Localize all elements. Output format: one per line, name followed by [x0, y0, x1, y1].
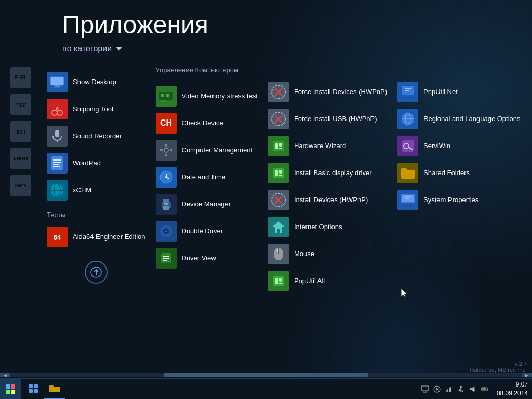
svg-rect-37 — [163, 206, 169, 210]
tray-icon-volume[interactable] — [468, 384, 478, 394]
svg-marker-118 — [470, 387, 474, 392]
sound-recorder-icon — [47, 126, 68, 147]
svg-rect-21 — [166, 94, 169, 97]
svg-rect-1 — [55, 85, 60, 87]
media-tray-icon — [433, 385, 441, 393]
microphone-svg — [50, 129, 64, 143]
double-driver-icon — [156, 221, 177, 242]
wordpad-svg — [50, 155, 64, 171]
battery-tray-icon — [481, 385, 488, 393]
folder-taskbar-icon — [48, 384, 61, 393]
svg-rect-60 — [279, 175, 282, 176]
list-item[interactable]: Force Install USB (HWPnP) — [265, 105, 390, 132]
driver-view-label: Driver View — [182, 254, 216, 263]
xchn-icon — [47, 180, 68, 201]
list-item[interactable]: Regional and Language Options — [395, 105, 523, 132]
list-item[interactable]: overy — [8, 172, 39, 199]
list-item[interactable]: Snipping Tool — [44, 96, 148, 123]
list-item[interactable]: PnpUtil Net — [395, 78, 523, 105]
list-item[interactable]: Install Devices (HWPnP) — [265, 187, 390, 214]
management-column: Управление Компьютером Video Memory stre… — [151, 64, 263, 272]
taskbar-item-explorer[interactable] — [44, 379, 65, 400]
system-properties-label: System Properties — [423, 196, 478, 205]
svg-rect-59 — [279, 170, 282, 174]
wrench-svg — [159, 251, 174, 265]
taskbar-item-tiles[interactable] — [23, 379, 44, 400]
wordpad-label: WordPad — [73, 159, 101, 168]
list-item[interactable]: Show Desktop — [44, 69, 148, 96]
pnputil-all-icon — [268, 271, 289, 291]
svg-rect-96 — [6, 390, 10, 394]
list-item[interactable]: ServiWin — [395, 132, 523, 159]
upload-button[interactable] — [85, 261, 108, 284]
svg-rect-102 — [421, 386, 429, 391]
list-item[interactable]: 64 Aida64 Engineer Edition — [44, 223, 148, 250]
serviwin-icon — [397, 136, 418, 156]
list-item[interactable]: Install Basic display driver — [265, 159, 390, 187]
page-title: Приложения — [0, 0, 532, 42]
svg-rect-29 — [160, 149, 163, 151]
svg-rect-0 — [50, 77, 64, 85]
hardware-wizard-icon — [268, 136, 289, 156]
system-properties-icon — [397, 190, 418, 210]
check-device-label: Check Device — [182, 119, 223, 128]
scroll-thumb[interactable] — [164, 373, 368, 377]
list-item[interactable]: Driver View — [153, 245, 260, 272]
start-button[interactable] — [0, 379, 21, 400]
key-svg — [400, 138, 416, 154]
usb-svg — [271, 111, 286, 127]
category-label: по категории — [62, 44, 112, 54]
list-item[interactable]: Force Install Devices (HWPnP) — [265, 78, 390, 105]
list-item[interactable]: Computer Management — [153, 137, 260, 164]
list-item[interactable]: Hardware Wizard — [265, 132, 390, 159]
tray-icon-battery[interactable] — [480, 384, 490, 394]
svg-rect-9 — [51, 156, 63, 170]
svg-point-4 — [57, 110, 62, 115]
tray-icon-usb[interactable] — [456, 384, 466, 394]
wordpad-icon — [47, 153, 68, 174]
computer-svg — [400, 193, 416, 207]
list-item[interactable]: xCHM — [44, 177, 148, 204]
scroll-left-button[interactable]: ◀ — [0, 373, 10, 377]
scroll-right-button[interactable]: ▶ — [522, 373, 532, 377]
list-item[interactable]: nitor — [8, 91, 39, 118]
svg-rect-97 — [11, 390, 15, 394]
list-item[interactable]: System Properties — [395, 187, 523, 214]
general-apps-column: Show Desktop Snipping Tool — [42, 64, 151, 284]
list-item[interactable]: Internet Options — [265, 214, 390, 241]
list-item[interactable]: Date and Time — [153, 164, 260, 191]
svg-rect-30 — [170, 149, 172, 151]
list-item[interactable]: Device Manager — [153, 191, 260, 218]
svg-rect-70 — [275, 278, 278, 284]
list-item[interactable]: PnpUtil All — [265, 268, 390, 295]
tray-icon-display[interactable] — [420, 384, 430, 394]
svg-rect-69 — [273, 276, 284, 286]
svg-rect-101 — [34, 389, 38, 393]
list-item[interactable]: Double Driver — [153, 218, 260, 245]
mouse-label: Mouse — [294, 250, 314, 259]
spacer — [44, 204, 148, 209]
svg-rect-99 — [34, 384, 38, 388]
list-item[interactable]: edit — [8, 118, 39, 145]
list-item[interactable]: Letters — [8, 145, 39, 172]
xchn-svg — [49, 182, 65, 198]
tray-icon-network[interactable] — [444, 384, 454, 394]
list-item[interactable]: Mouse — [265, 241, 390, 268]
svg-rect-112 — [460, 386, 462, 388]
double-driver-label: Double Driver — [182, 227, 223, 236]
svg-rect-71 — [279, 278, 282, 282]
management-section-label: Управление Компьютером — [153, 64, 260, 78]
category-filter[interactable]: по категории — [0, 42, 532, 61]
svg-rect-27 — [165, 144, 167, 147]
svg-rect-24 — [165, 100, 166, 102]
clock-display[interactable]: 9:07 08.09.2014 — [493, 380, 532, 398]
list-item[interactable]: WordPad — [44, 150, 148, 177]
list-item[interactable]: Sound Recorder — [44, 123, 148, 150]
svg-line-6 — [57, 107, 59, 111]
scrollbar-inner — [10, 373, 522, 377]
tray-icon-media[interactable] — [432, 384, 442, 394]
list-item[interactable]: CH Check Device — [153, 110, 260, 137]
list-item[interactable]: E-RL — [8, 64, 39, 91]
list-item[interactable]: Shared Folders — [395, 159, 523, 187]
list-item[interactable]: Video Memory stress test — [153, 83, 260, 110]
